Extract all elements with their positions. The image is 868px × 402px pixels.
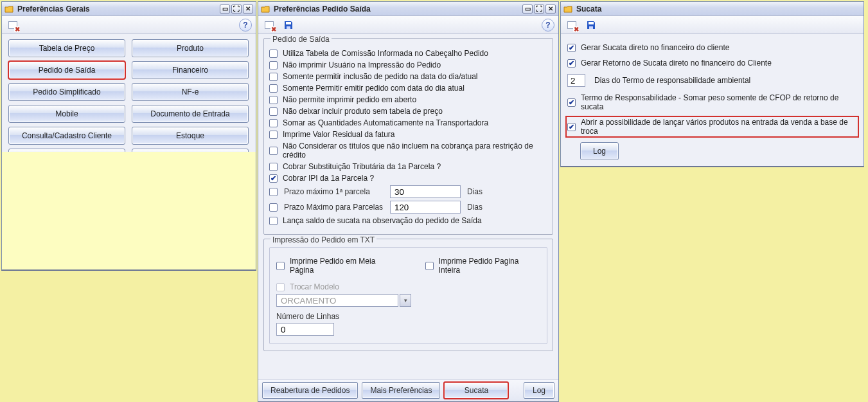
label: Trocar Modelo (290, 282, 339, 291)
checkbox[interactable] (269, 73, 278, 81)
checkbox[interactable] (269, 84, 278, 93)
toolbar: ? (258, 16, 558, 34)
svg-rect-2 (589, 22, 594, 24)
panel-body: Tabela de PreçoProdutoPedido de SaídaFin… (2, 34, 256, 152)
checkbox[interactable] (567, 123, 576, 131)
checkbox[interactable] (567, 44, 576, 52)
window-preferencias-gerais: Preferências Gerais ▭ ⛶ ✕ ? Tabela de Pr… (1, 1, 256, 271)
clear-icon[interactable] (565, 18, 579, 32)
label: Prazo máximo 1ª parcela (284, 187, 384, 196)
pref-button[interactable]: Documento de Entrada (132, 105, 249, 123)
checkbox[interactable] (269, 131, 278, 139)
save-icon[interactable] (584, 18, 598, 32)
fieldset-impressao-txt: Impressão do Pedido em TXT Imprime Pedid… (263, 239, 553, 351)
label: Somente Permitir emitir pedido com data … (283, 84, 465, 93)
checkbox[interactable] (276, 262, 285, 270)
pref-button[interactable]: Produto (132, 39, 249, 57)
maximize-icon[interactable]: ⛶ (231, 5, 242, 14)
checkbox[interactable] (269, 96, 278, 104)
checkbox[interactable] (269, 107, 278, 116)
pref-button[interactable]: Tabela de Preço (8, 39, 125, 57)
checkbox[interactable] (269, 203, 278, 212)
close-icon[interactable]: ✕ (243, 5, 253, 14)
svg-rect-3 (589, 26, 593, 29)
pref-button[interactable]: Estoque (132, 127, 249, 145)
legend: Pedido de Saída (270, 35, 332, 44)
maximize-icon[interactable]: ⛶ (534, 5, 544, 14)
save-icon[interactable] (281, 18, 296, 32)
tab-button[interactable]: Reabertura de Pedidos (262, 382, 358, 399)
window-title: Preferências Pedido Saída (274, 5, 371, 14)
label: Somar as Quantidades Automaticamente na … (283, 118, 488, 127)
window-title: Preferências Gerais (17, 5, 90, 14)
pref-button[interactable]: Financeiro (132, 61, 249, 79)
checkbox[interactable] (269, 163, 278, 171)
window-title: Sucata (576, 5, 601, 14)
label: Imprime Pedido em Meia Página (290, 257, 400, 275)
window-title-bar: Preferências Pedido Saída ▭ ⛶ ✕ (258, 2, 558, 16)
prazo2-input[interactable] (390, 201, 461, 214)
label: Termo de Responsabilidade - Somar peso s… (581, 93, 857, 111)
panel-body: Gerar Sucata direto no financeiro do cli… (561, 34, 864, 166)
label: Cobrar Substituição Tributária da 1a Par… (283, 162, 441, 171)
clear-icon[interactable] (262, 18, 276, 32)
suffix: Dias (467, 187, 483, 196)
label: Gerar Retorno de Sucata direto no financ… (581, 59, 772, 68)
label: Lança saldo de sucata na observação do p… (283, 216, 482, 225)
pref-button[interactable]: Pedido Simplificado (8, 83, 125, 101)
label: Imprime Valor Residual da fatura (283, 130, 395, 139)
checkbox[interactable] (567, 98, 576, 107)
window-sucata: Sucata Gerar Sucata direto no financeiro… (560, 1, 864, 167)
checkbox[interactable] (425, 262, 434, 270)
label: Somente permitir inclusão de pedido na d… (283, 72, 478, 81)
minimize-icon[interactable]: ▭ (220, 5, 230, 14)
help-icon[interactable]: ? (239, 19, 252, 32)
checkbox[interactable] (269, 174, 278, 183)
label: Dias do Termo de responsabilidade ambien… (594, 76, 750, 85)
checkbox[interactable] (269, 50, 278, 58)
minimize-icon[interactable]: ▭ (522, 5, 533, 14)
label: Não Considerar os títulos que não inclue… (283, 142, 547, 160)
svg-rect-1 (287, 26, 290, 29)
prazo1-input[interactable] (390, 185, 461, 198)
pref-button[interactable]: NF-e (132, 83, 249, 101)
tab-button[interactable]: Mais Preferências (362, 382, 440, 399)
checkbox[interactable] (269, 119, 278, 127)
checkbox[interactable] (567, 59, 576, 68)
pref-button[interactable]: Consulta/Cadastro Cliente (8, 127, 125, 145)
checkbox[interactable] (269, 61, 278, 69)
bottom-tabs: Reabertura de PedidosMais PreferênciasSu… (258, 379, 558, 401)
window-title-bar: Sucata (561, 2, 864, 16)
checkbox[interactable] (269, 188, 278, 196)
suffix: Dias (467, 203, 483, 212)
clear-icon[interactable] (6, 18, 20, 32)
label: Não deixar incluir produto sem tabela de… (283, 107, 443, 116)
num-input[interactable] (567, 74, 585, 87)
label: Utiliza Tabela de Comissão Informada no … (283, 49, 488, 58)
fieldset-pedido-saida: Pedido de Saída Utiliza Tabela de Comiss… (263, 38, 553, 235)
svg-rect-0 (286, 22, 291, 24)
label: Cobrar IPI da 1a Parcela ? (283, 174, 374, 183)
tab-button[interactable]: Sucata (444, 382, 508, 399)
num-linhas-input[interactable] (276, 323, 334, 336)
chevron-down-icon (400, 294, 411, 307)
empty-area (2, 152, 256, 270)
checkbox[interactable] (269, 217, 278, 225)
close-icon[interactable]: ✕ (545, 5, 556, 14)
toolbar (561, 16, 864, 34)
tab-button[interactable]: Log (524, 382, 554, 399)
help-icon[interactable]: ? (542, 19, 554, 32)
pref-button[interactable]: Pedido de Saída (8, 61, 125, 79)
label: Prazo Máximo para Parcelas (284, 203, 384, 212)
toolbar: ? (2, 16, 256, 34)
label: Número de Linhas (276, 312, 540, 321)
label: Abrir a possibilidade de lançar vários p… (581, 118, 857, 136)
label: Imprime Pedido Pagina Inteira (439, 257, 540, 275)
label: Não permite imprimir pedido em aberto (283, 95, 416, 104)
window-title-bar: Preferências Gerais ▭ ⛶ ✕ (2, 2, 256, 16)
folder-icon (261, 5, 270, 13)
pref-button[interactable]: Mobile (8, 105, 125, 123)
checkbox[interactable] (269, 147, 278, 155)
modelo-dropdown (276, 294, 398, 307)
log-button[interactable]: Log (580, 142, 619, 160)
